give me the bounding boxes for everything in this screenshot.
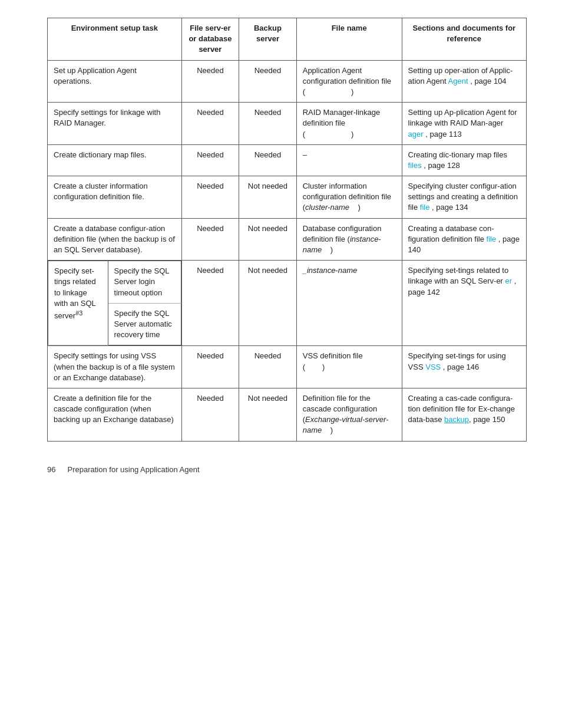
header-file-server: File serv-er or database server: [181, 18, 239, 61]
row8-sections-link[interactable]: backup: [444, 415, 469, 424]
row6-subtask2: Specify the SQL Server automatic recover…: [108, 303, 181, 345]
row8-file-server: Needed: [181, 388, 239, 441]
row2-file-server: Needed: [181, 103, 239, 145]
row4-sections-link[interactable]: file: [420, 203, 430, 212]
row4-task: Create a cluster information configurati…: [48, 176, 182, 219]
row6-sections-link[interactable]: er: [505, 276, 513, 285]
row3-sections-link[interactable]: files: [408, 161, 422, 170]
row3-sections-page: , page 128: [424, 161, 459, 170]
row3-backup-server: Needed: [239, 144, 297, 176]
page-number: 96: [47, 465, 55, 474]
row6-backup-server: Not needed: [239, 261, 297, 346]
row7-sections-link[interactable]: VSS: [425, 363, 441, 371]
row7-file-server: Needed: [181, 346, 239, 388]
row6-subtask1: Specify the SQL Server login timeout opt…: [108, 261, 181, 304]
row1-file-server: Needed: [181, 60, 239, 103]
row1-sections-page: , page 104: [470, 77, 506, 85]
row7-sections: Specifying set-tings for using VSS VSS ,…: [402, 346, 526, 388]
row2-sections-text: Setting up Ap-plication Agent for linkag…: [408, 108, 517, 127]
header-sections: Sections and documents for reference: [402, 18, 526, 61]
row7-backup-server: Needed: [239, 346, 297, 388]
row3-filename: –: [296, 144, 402, 176]
row4-sections: Specifying cluster configur-ation settin…: [402, 176, 526, 219]
table-row: Create a definition file for the cascade…: [48, 388, 527, 441]
row7-filename: VSS definition file( ): [296, 346, 402, 388]
table-row: Specify settings for linkage with RAID M…: [48, 103, 527, 145]
row6-sections-text: Specifying set-tings related to linkage …: [408, 266, 509, 285]
row2-sections-page: , page 113: [425, 130, 461, 139]
page-container: Environment setup task File serv-er or d…: [0, 0, 562, 509]
row4-filename: Cluster information configuration defini…: [296, 176, 402, 219]
table-row: Set up Application Agent operations. Nee…: [48, 60, 527, 103]
row5-sections: Creating a database con-figuration defin…: [402, 218, 526, 261]
row2-sections-link[interactable]: ager: [408, 130, 424, 139]
row1-sections-link[interactable]: Agent: [448, 77, 468, 85]
row5-task: Create a database configur-ation definit…: [48, 218, 182, 261]
table-row: Create a database configur-ation definit…: [48, 218, 527, 261]
row8-filename: Definition file for the cascade configur…: [296, 388, 402, 441]
row6-task-cell: Specify set-tings related to linkage wit…: [48, 261, 182, 346]
row4-file-server: Needed: [181, 176, 239, 219]
page-footer: 96 Preparation for using Application Age…: [47, 465, 527, 474]
row5-filename: Database configuration definition file (…: [296, 218, 402, 261]
row7-task: Specify settings for using VSS (when the…: [48, 346, 182, 388]
row1-filename: Application Agent configuration definiti…: [296, 60, 402, 103]
row5-file-server: Needed: [181, 218, 239, 261]
row4-backup-server: Not needed: [239, 176, 297, 219]
row1-task: Set up Application Agent operations.: [48, 60, 182, 103]
row3-sections-text: Creating dic-tionary map files: [408, 150, 507, 159]
header-backup-server: Backup server: [239, 18, 297, 61]
footer-text: Preparation for using Application Agent: [67, 465, 199, 474]
table-row: Specify settings for using VSS (when the…: [48, 346, 527, 388]
row3-task: Create dictionary map files.: [48, 144, 182, 176]
row3-sections: Creating dic-tionary map files files , p…: [402, 144, 526, 176]
row1-backup-server: Needed: [239, 60, 297, 103]
header-env-task: Environment setup task: [48, 18, 182, 61]
row6-filename: _instance-name: [296, 261, 402, 346]
row5-sections-text: Creating a database con-figuration defin…: [408, 224, 494, 243]
row6-sections: Specifying set-tings related to linkage …: [402, 261, 526, 346]
row8-task: Create a definition file for the cascade…: [48, 388, 182, 441]
row8-sections-page: , page 150: [469, 415, 505, 424]
row7-sections-page: , page 146: [443, 363, 479, 371]
table-row: Create dictionary map files. Needed Need…: [48, 144, 527, 176]
row8-backup-server: Not needed: [239, 388, 297, 441]
row1-sections: Setting up oper-ation of Applic-ation Ag…: [402, 60, 526, 103]
row6-file-server: Needed: [181, 261, 239, 346]
table-row-complex: Specify set-tings related to linkage wit…: [48, 261, 527, 346]
row6-main-task: Specify set-tings related to linkage wit…: [48, 261, 108, 345]
table-row: Create a cluster information configurati…: [48, 176, 527, 219]
row8-sections: Creating a cas-cade configura-tion defin…: [402, 388, 526, 441]
row5-sections-link[interactable]: file: [487, 235, 497, 243]
row4-sections-page: , page 134: [432, 203, 468, 212]
header-file-name: File name: [296, 18, 402, 61]
row2-sections: Setting up Ap-plication Agent for linkag…: [402, 103, 526, 145]
row5-backup-server: Not needed: [239, 218, 297, 261]
row2-task: Specify settings for linkage with RAID M…: [48, 103, 182, 145]
row2-backup-server: Needed: [239, 103, 297, 145]
row2-filename: RAID Manager-linkage definition file ( ): [296, 103, 402, 145]
main-table: Environment setup task File serv-er or d…: [47, 18, 527, 442]
row3-file-server: Needed: [181, 144, 239, 176]
